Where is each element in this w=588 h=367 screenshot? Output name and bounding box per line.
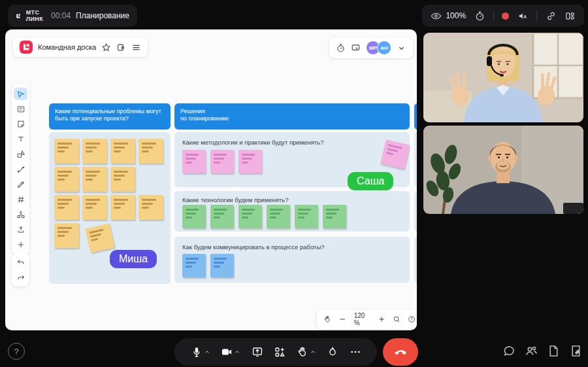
undo-redo-card: [12, 253, 29, 287]
text-tool[interactable]: [14, 133, 27, 145]
microphone-button[interactable]: [191, 346, 210, 358]
eye-icon[interactable]: [431, 10, 442, 22]
sticky-note-yellow[interactable]: [54, 195, 79, 220]
yellow-sticky-row: [54, 167, 163, 192]
sticky-note-yellow[interactable]: [82, 167, 107, 192]
board-help-icon[interactable]: [408, 315, 416, 324]
sticky-note-blue[interactable]: [182, 254, 206, 277]
sticky-note-yellow[interactable]: [82, 139, 107, 164]
blue-sticky-row: [182, 254, 234, 277]
sticky-note-tool[interactable]: [14, 118, 27, 130]
help-button[interactable]: ?: [8, 343, 25, 360]
call-controls-bar: [174, 338, 377, 366]
undo-button[interactable]: [14, 256, 27, 269]
connector-tool[interactable]: [14, 163, 27, 175]
section-question: Какие методологии и практики будут приме…: [182, 139, 323, 146]
view-zoom-level: 100%: [446, 11, 466, 20]
favorite-star-icon[interactable]: [101, 43, 111, 52]
sticky-note-green[interactable]: [238, 205, 262, 228]
sticky-note-pink[interactable]: [210, 150, 234, 173]
raise-hand-icon: [297, 346, 308, 358]
avatar-2[interactable]: АН: [377, 41, 391, 55]
apps-button[interactable]: [274, 346, 286, 358]
misha-cursor-label: Миша: [110, 250, 157, 268]
shapes-tool[interactable]: [14, 148, 27, 160]
camera-icon: [221, 346, 233, 358]
timer-button[interactable]: [327, 346, 338, 358]
app-window: МТСЛИНК 00:04 Планирование 100% A: [0, 0, 588, 367]
sticky-note-yellow[interactable]: [82, 195, 107, 220]
sticky-note-green[interactable]: [323, 205, 346, 228]
sticky-note-green[interactable]: [267, 205, 290, 228]
microphone-options-chevron[interactable]: [204, 349, 210, 355]
divider: [536, 10, 537, 21]
sasha-cursor-label: Саша: [348, 172, 393, 190]
notes-panel-icon[interactable]: [569, 344, 583, 358]
share-board-icon[interactable]: [116, 43, 126, 52]
participants-panel-icon[interactable]: [525, 344, 538, 358]
end-call-button[interactable]: [383, 338, 418, 366]
board-zoom-controls: 120 %: [317, 309, 417, 329]
files-panel-icon[interactable]: [547, 344, 561, 358]
mindmap-tool[interactable]: [14, 208, 27, 220]
board-timer-icon[interactable]: [336, 43, 346, 53]
sticky-note-green[interactable]: [182, 205, 206, 228]
view-controls-pill: 100% A: [422, 5, 584, 27]
more-options-button[interactable]: [350, 346, 361, 358]
apps-icon: [274, 346, 286, 358]
participant-video-1[interactable]: [423, 33, 583, 122]
board-column-header-solutions[interactable]: Решения по планированию: [174, 103, 410, 130]
board-menu-icon[interactable]: [131, 43, 141, 52]
link-icon[interactable]: [546, 10, 557, 22]
divider: [493, 10, 494, 21]
sticky-note-yellow[interactable]: [54, 167, 79, 192]
screen-share-icon: [252, 346, 263, 358]
clipped-section: [414, 132, 417, 187]
sticky-note-green[interactable]: [210, 205, 234, 228]
camera-button[interactable]: [221, 346, 240, 358]
board-zoom-level[interactable]: 120 %: [354, 312, 370, 326]
ellipsis-icon: [350, 346, 361, 358]
screen-share-button[interactable]: [252, 346, 263, 358]
sticky-note-yellow[interactable]: [54, 223, 79, 248]
meeting-title: Планирование: [76, 11, 129, 20]
sticky-note-pink[interactable]: [182, 150, 206, 173]
reactions-chevron[interactable]: [310, 349, 316, 355]
clipped-section: [414, 237, 417, 283]
zoom-out-icon[interactable]: [338, 315, 346, 324]
search-icon[interactable]: [393, 315, 400, 324]
sticky-note-yellow[interactable]: [110, 139, 135, 164]
board-title-card: Командная доска: [13, 37, 148, 57]
whiteboard-canvas[interactable]: Командная доска МРАН: [5, 29, 417, 330]
frames-tool[interactable]: [14, 103, 27, 115]
camera-options-chevron[interactable]: [234, 349, 240, 355]
sticky-note-green[interactable]: [295, 205, 318, 228]
stopwatch-icon[interactable]: [474, 10, 485, 22]
follow-presenter-icon[interactable]: [351, 43, 361, 53]
sticky-note-blue[interactable]: [210, 254, 234, 277]
chat-panel-icon[interactable]: [502, 344, 516, 358]
sticky-note-pink[interactable]: [238, 150, 262, 173]
sticky-note-yellow[interactable]: [139, 139, 163, 164]
board-column-header-problems[interactable]: Какие потенциальные проблемы могут быть …: [49, 103, 171, 130]
recording-indicator[interactable]: [502, 12, 509, 20]
add-tool[interactable]: [14, 238, 27, 251]
raise-hand-button[interactable]: [297, 346, 316, 358]
select-tool[interactable]: [14, 88, 27, 100]
upload-tool[interactable]: [14, 223, 27, 236]
zoom-in-icon[interactable]: [378, 315, 385, 324]
side-panels-bar: [502, 344, 583, 358]
pan-hand-icon[interactable]: [323, 315, 331, 324]
redo-button[interactable]: [14, 271, 27, 283]
sticky-note-yellow[interactable]: [139, 195, 163, 220]
chevron-down-icon[interactable]: [397, 43, 406, 53]
sticky-note-yellow[interactable]: [110, 195, 135, 220]
audio-language-icon[interactable]: A: [517, 10, 529, 22]
sticky-note-yellow[interactable]: [54, 139, 79, 164]
clipped-column-header: [414, 103, 417, 130]
pen-tool[interactable]: [14, 178, 27, 190]
frame-grid-tool[interactable]: [14, 193, 27, 205]
participant-video-2[interactable]: [423, 126, 583, 214]
layout-grid-icon[interactable]: [564, 10, 576, 22]
sticky-note-yellow[interactable]: [110, 167, 135, 192]
